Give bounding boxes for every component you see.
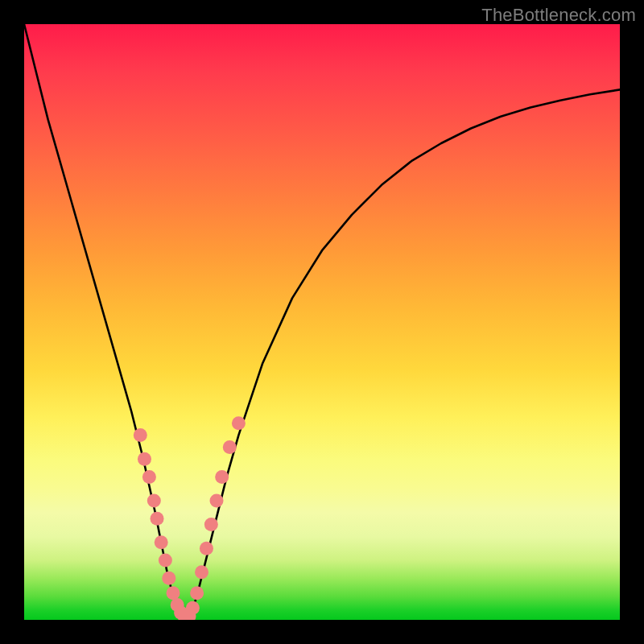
data-marker	[204, 518, 218, 531]
data-marker	[138, 452, 151, 466]
data-marker	[200, 542, 213, 555]
data-marker	[162, 572, 175, 585]
data-marker	[155, 535, 168, 549]
data-marker	[232, 416, 246, 430]
watermark-text: TheBottleneck.com	[481, 5, 636, 26]
data-marker	[142, 470, 156, 484]
data-marker	[215, 470, 229, 484]
data-marker	[195, 565, 208, 579]
data-marker	[167, 586, 180, 600]
data-marker	[210, 494, 224, 508]
data-marker	[159, 554, 172, 568]
chart-svg	[24, 24, 620, 620]
bottleneck-curve	[24, 24, 620, 620]
data-marker	[134, 428, 147, 442]
data-marker	[223, 440, 237, 454]
data-marker	[190, 586, 204, 600]
data-marker	[186, 601, 200, 615]
data-marker	[151, 512, 164, 526]
marker-group	[134, 416, 246, 620]
plot-area	[24, 24, 620, 620]
chart-frame: TheBottleneck.com	[0, 0, 644, 644]
data-marker	[147, 494, 161, 508]
